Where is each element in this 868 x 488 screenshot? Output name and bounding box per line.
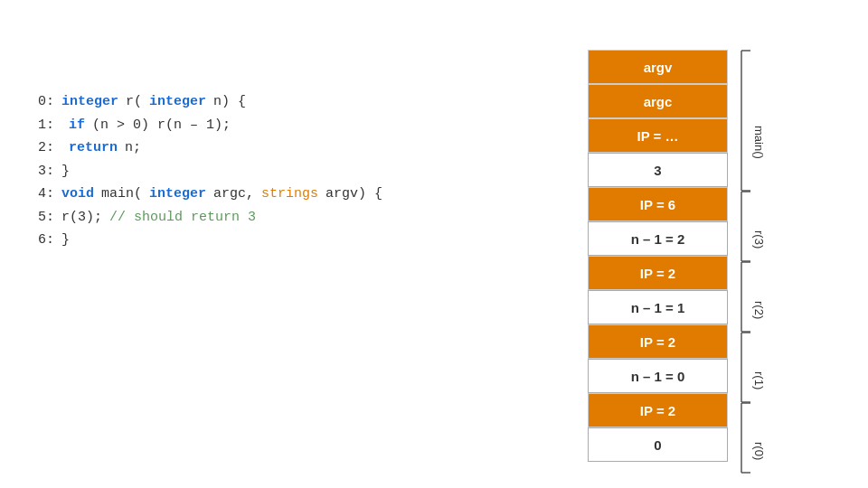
code-token: integer — [149, 90, 206, 114]
stack-cells: argvargcIP = …3IP = 6n – 1 = 2IP = 2n – … — [588, 50, 728, 462]
code-token: // should return 3 — [109, 206, 256, 230]
stack-cell: IP = 6 — [588, 187, 728, 221]
stack-cell: n – 1 = 1 — [588, 290, 728, 324]
line-number: 5: — [36, 206, 54, 230]
stack-cell: 3 — [588, 153, 728, 187]
code-line: 4:void main(integer argc, strings argv) … — [36, 183, 382, 206]
code-token: argc, — [213, 183, 254, 206]
code-line: 5: r(3); // should return 3 — [36, 206, 382, 230]
code-token: integer — [149, 183, 206, 206]
code-token: (n > 0) r(n – 1); — [92, 114, 231, 137]
code-line: 2: return n; — [36, 136, 382, 160]
code-line: 0:integer r(integer n) { — [36, 90, 382, 114]
code-token: return — [69, 136, 118, 160]
code-token: } — [61, 160, 70, 183]
code-token: n) { — [213, 90, 246, 114]
code-line: 3:} — [36, 160, 382, 183]
code-token: if — [69, 114, 85, 137]
code-line: 1: if (n > 0) r(n – 1); — [36, 114, 382, 137]
line-number: 1: — [36, 114, 54, 137]
code-area: 0:integer r(integer n) {1: if (n > 0) r(… — [36, 90, 382, 252]
stack-cell: 0 — [588, 427, 728, 462]
stack-cell: IP = 2 — [588, 256, 728, 290]
code-token: main( — [101, 183, 142, 206]
stack-cell: n – 1 = 2 — [588, 221, 728, 256]
line-number: 0: — [36, 90, 54, 114]
line-number: 6: — [36, 229, 54, 252]
line-number: 3: — [36, 160, 54, 183]
code-token: void — [61, 183, 94, 206]
code-token: r( — [126, 90, 142, 114]
code-line: 6:} — [36, 229, 382, 252]
line-number: 2: — [36, 136, 54, 160]
code-token: argv) { — [326, 183, 382, 206]
stack-cell: IP = 2 — [588, 393, 728, 427]
stack-cell: argc — [588, 84, 728, 118]
code-token: integer — [61, 90, 118, 114]
stack-cell: IP = 2 — [588, 324, 728, 359]
stack-cell: IP = … — [588, 118, 728, 153]
stack-cell: n – 1 = 0 — [588, 359, 728, 393]
code-token: n; — [125, 136, 141, 160]
line-number: 4: — [36, 183, 54, 206]
code-token: } — [61, 229, 70, 252]
stack-cell: argv — [588, 50, 728, 84]
code-token: strings — [261, 183, 318, 206]
code-token: r(3); — [61, 206, 102, 230]
memory-stack: argvargcIP = …3IP = 6n – 1 = 2IP = 2n – … — [588, 50, 805, 462]
